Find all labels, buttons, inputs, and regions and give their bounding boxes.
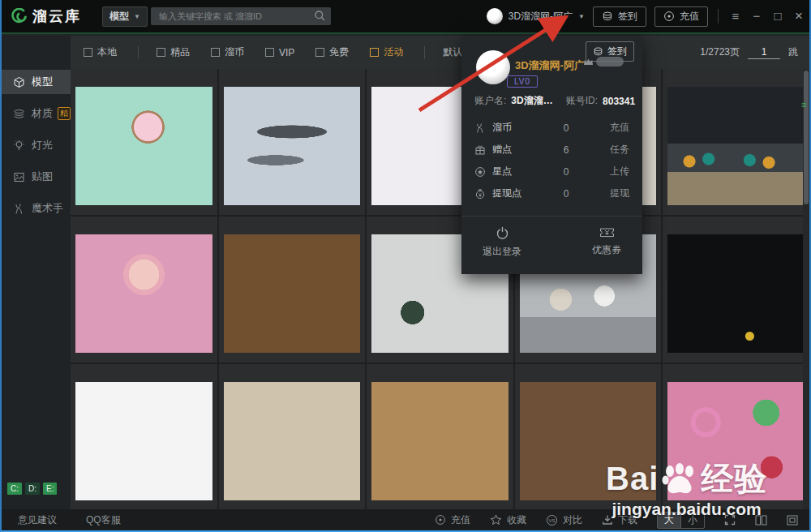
size-toggle[interactable]: 大 小 <box>657 512 705 529</box>
search-box <box>151 7 331 25</box>
crown-icon <box>583 58 594 66</box>
thumbnail-crane-hoist[interactable] <box>663 217 809 363</box>
checkbox-icon <box>211 48 220 57</box>
thumbnail-image <box>224 87 361 205</box>
minimize-button[interactable]: − <box>746 0 767 32</box>
download-action[interactable]: 下载 <box>602 513 637 527</box>
size-small-option[interactable]: 小 <box>681 513 704 528</box>
fullscreen-icon[interactable] <box>724 514 736 526</box>
checkbox-label: VIP <box>279 47 294 58</box>
wallet-action-upload[interactable]: 上传 <box>610 165 629 178</box>
statusbar-right: 充值 收藏 VS 对比 下载 大 小 <box>435 512 798 529</box>
category-dropdown-label: 模型 <box>109 10 129 24</box>
logo-icon <box>11 8 28 24</box>
thumbnail-restaurant-interior[interactable] <box>663 69 809 215</box>
avatar[interactable] <box>487 8 503 24</box>
wallet-label: 赠点 <box>492 143 547 157</box>
thumbnail-industrial-parts[interactable] <box>219 69 366 215</box>
wallet-value: 6 <box>547 144 585 156</box>
thumbnail-pink-kids-room[interactable] <box>71 69 217 215</box>
checkbox-premium[interactable]: 精品 <box>157 45 190 59</box>
thumbnail-sofa-set[interactable] <box>219 364 366 509</box>
thumbnail-wooden-pergola[interactable] <box>219 217 366 363</box>
checkbox-label: 精品 <box>170 45 190 59</box>
chevron-down-icon: ▼ <box>578 13 585 20</box>
thumbnail-hot-air-balloon[interactable] <box>71 217 217 363</box>
checkbox-label: 溜币 <box>225 45 244 59</box>
qq-service-link[interactable]: QQ客服 <box>86 513 121 527</box>
scrollbar-thumb[interactable] <box>804 71 809 204</box>
panel-username: 3D溜溜网-阿广 <box>515 58 585 73</box>
favorite-action[interactable]: 收藏 <box>490 513 526 527</box>
maximize-button[interactable]: □ <box>767 0 788 32</box>
power-icon <box>496 226 509 240</box>
wallet-row-gift-points: 赠点 6 任务 <box>461 139 642 161</box>
wallet-action-recharge[interactable]: 充值 <box>610 121 629 135</box>
sidebar-item-materials[interactable]: 材质 精 <box>2 101 71 126</box>
logout-button[interactable]: 退出登录 <box>483 226 521 274</box>
checkbox-activity[interactable]: 活动 <box>370 45 403 59</box>
checkbox-coins[interactable]: 溜币 <box>211 45 244 59</box>
frame-view-icon[interactable] <box>787 515 798 526</box>
panel-avatar[interactable] <box>476 50 510 84</box>
vs-circle-icon: VS <box>546 514 558 526</box>
thumbnail-image <box>224 234 361 353</box>
titlebar-divider <box>718 9 719 24</box>
search-input[interactable] <box>151 7 331 25</box>
sidebar-item-label: 模型 <box>32 75 53 89</box>
account-name-value: 3D溜溜… <box>511 94 552 108</box>
app-window: 溜云库 模型 ▼ 3D溜溜网-阿广 ▼ 签到 充值 <box>0 0 811 532</box>
wallet-action-tasks[interactable]: 任务 <box>610 143 629 157</box>
account-id-label: 账号ID: <box>566 94 598 108</box>
category-dropdown[interactable]: 模型 ▼ <box>102 6 148 27</box>
gift-icon <box>474 144 492 156</box>
coin-circle-icon <box>435 514 446 526</box>
size-large-option[interactable]: 大 <box>658 513 681 528</box>
thumbnail-image <box>75 87 212 205</box>
close-button[interactable]: × <box>788 0 809 32</box>
user-account-panel: 签到 3D溜溜网-阿广 LV0 账户名: 3D溜溜… 账号ID: 803341 … <box>461 36 642 274</box>
drive-c-badge[interactable]: C: <box>7 483 22 495</box>
model-grid-area <box>71 69 809 509</box>
favorite-action-label: 收藏 <box>507 513 526 527</box>
page-input[interactable] <box>748 45 780 59</box>
search-icon[interactable] <box>314 10 326 22</box>
checkbox-free[interactable]: 免费 <box>315 45 349 59</box>
jump-button[interactable]: 跳 <box>788 45 798 59</box>
app-logo: 溜云库 <box>11 6 81 26</box>
vertical-scrollbar[interactable]: ≡ <box>803 69 809 509</box>
split-view-icon[interactable] <box>755 515 767 526</box>
chevron-down-icon: ▼ <box>134 13 140 20</box>
checkbox-vip[interactable]: VIP <box>265 47 294 58</box>
drive-e-badge[interactable]: E: <box>43 483 57 495</box>
thumbnail-red-culture-wall[interactable] <box>515 364 662 509</box>
model-grid <box>71 69 809 509</box>
image-icon <box>13 171 25 183</box>
sidebar-item-lights[interactable]: 灯光 <box>2 133 71 157</box>
checkbox-label: 活动 <box>384 45 403 59</box>
thumbnail-display-stands[interactable] <box>367 364 513 509</box>
thumbnail-decor-trees[interactable] <box>663 364 809 509</box>
wallet-label: 星点 <box>492 165 547 178</box>
vip-badge <box>583 57 624 66</box>
recharge-button[interactable]: 充值 <box>654 6 708 27</box>
coupon-button[interactable]: 优惠券 <box>592 226 621 274</box>
wallet-label: 溜币 <box>492 121 547 135</box>
checkbox-local[interactable]: 本地 <box>84 45 117 59</box>
sidebar-item-magic-hand[interactable]: 魔术手 <box>2 196 71 221</box>
sidebar-item-textures[interactable]: 贴图 <box>2 165 71 189</box>
drive-d-badge[interactable]: D: <box>25 483 40 495</box>
scroll-grip-icon[interactable]: ≡ <box>801 100 806 109</box>
wallet-action-withdraw[interactable]: 提现 <box>610 187 629 200</box>
svg-text:VS: VS <box>548 517 555 522</box>
compare-action[interactable]: VS 对比 <box>546 513 582 527</box>
menu-icon[interactable]: ≡ <box>725 0 746 32</box>
recharge-action[interactable]: 充值 <box>435 513 470 527</box>
signin-button[interactable]: 签到 <box>593 6 646 27</box>
logo-text: 溜云库 <box>32 6 81 26</box>
checkbox-icon <box>157 48 165 57</box>
user-menu[interactable]: 3D溜溜网-阿广 ▼ <box>487 8 585 24</box>
thumbnail-wardrobe-shelving[interactable] <box>71 364 217 509</box>
sidebar-item-models[interactable]: 模型 <box>2 70 71 94</box>
feedback-link[interactable]: 意见建议 <box>18 513 57 527</box>
